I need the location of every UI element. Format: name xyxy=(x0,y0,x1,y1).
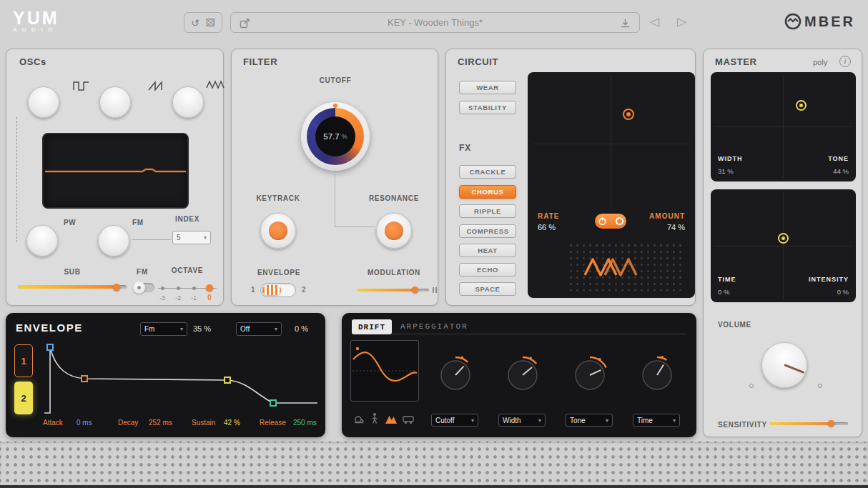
octave-dot-minus1[interactable] xyxy=(192,287,196,290)
brand-text: MBER xyxy=(804,14,855,30)
square-wave-icon xyxy=(72,79,91,92)
fx-button-crackle[interactable]: CRACKLE xyxy=(459,165,516,179)
filter-env-switch[interactable] xyxy=(260,283,296,297)
release-value[interactable]: 250 ms xyxy=(293,419,317,427)
fm-label: FM xyxy=(132,219,144,226)
chevron-down-icon: ▾ xyxy=(275,326,277,332)
decay-value[interactable]: 252 ms xyxy=(149,419,172,427)
modulation-slider-fill xyxy=(357,289,416,292)
octave-value-minus3[interactable]: -3 xyxy=(157,294,168,302)
env-switch-option-1[interactable]: 1 xyxy=(251,286,255,294)
attack-value[interactable]: 0 ms xyxy=(77,419,92,427)
keytrack-knob[interactable] xyxy=(260,213,296,249)
cutoff-label: CUTOFF xyxy=(232,76,439,84)
dice-randomize-icon[interactable]: ⚄ xyxy=(206,16,215,29)
drift-target-1-value: Cutoff xyxy=(435,417,455,424)
voice-mode-label[interactable]: poly xyxy=(813,58,827,66)
fx-button-chorus[interactable]: CHORUS xyxy=(459,185,516,199)
volume-min-dot xyxy=(749,384,754,388)
logo-subtext: AUDIO xyxy=(13,26,59,33)
intensity-label: INTENSITY xyxy=(809,276,849,283)
drift-mode-mountain-icon[interactable] xyxy=(385,413,398,424)
save-download-icon[interactable] xyxy=(620,18,631,29)
fx-button-echo[interactable]: ECHO xyxy=(459,263,516,277)
env-mod1-select[interactable]: Fm ▾ xyxy=(140,322,187,336)
sensitivity-slider-thumb[interactable] xyxy=(828,420,834,427)
release-handle[interactable] xyxy=(270,400,276,406)
resonance-knob[interactable] xyxy=(376,213,412,249)
env-switch-option-2[interactable]: 2 xyxy=(302,286,306,294)
drift-target-select-4[interactable]: Time ▾ xyxy=(633,414,680,427)
fx-button-space[interactable]: SPACE xyxy=(459,282,516,296)
octave-value-minus1[interactable]: -1 xyxy=(188,294,199,302)
master-panel: MASTER poly i WIDTH 31 % TONE 44 % TIME … xyxy=(703,49,862,437)
pad1-handle[interactable] xyxy=(796,100,807,111)
preset-browser-bar[interactable]: KEY - Wooden Things* xyxy=(230,12,640,33)
drift-wave-trace xyxy=(351,341,418,401)
volume-knob[interactable] xyxy=(761,342,807,388)
octave-dot-minus2[interactable] xyxy=(177,287,180,290)
tab-drift[interactable]: DRIFT xyxy=(352,319,392,334)
drift-wave-display[interactable] xyxy=(350,340,419,402)
osc2-knob[interactable] xyxy=(99,86,131,118)
drift-mode-vehicle-icon[interactable] xyxy=(402,413,415,424)
wear-button[interactable]: WEAR xyxy=(459,81,516,94)
prev-preset-icon[interactable]: ◁ xyxy=(650,14,659,29)
osc-waveform-display[interactable] xyxy=(42,133,189,209)
fx-power-toggle[interactable] xyxy=(595,214,626,229)
drift-target-select-1[interactable]: Cutoff ▾ xyxy=(431,414,478,427)
sub-slider-thumb[interactable] xyxy=(113,284,120,291)
decay-handle[interactable] xyxy=(82,376,87,382)
time-intensity-pad[interactable]: TIME 0 % INTENSITY 0 % xyxy=(711,189,856,302)
cutoff-knob[interactable]: 57.7 % xyxy=(301,102,370,171)
preset-name[interactable]: KEY - Wooden Things* xyxy=(231,17,639,28)
env-mod2-amount[interactable]: 0 % xyxy=(295,324,308,333)
fx-button-compress[interactable]: COMPRESS xyxy=(459,224,516,238)
osc3-knob[interactable] xyxy=(172,86,204,118)
width-tone-pad[interactable]: WIDTH 31 % TONE 44 % xyxy=(711,72,856,181)
drift-mode-walk-icon[interactable] xyxy=(369,412,380,424)
octave-dot-zero[interactable] xyxy=(206,284,213,292)
drift-knob-2[interactable] xyxy=(503,355,543,395)
octave-value-zero[interactable]: 0 xyxy=(204,294,215,302)
sustain-value[interactable]: 42 % xyxy=(224,419,240,427)
tab-arpeggiator[interactable]: ARPEGGIATOR xyxy=(400,322,468,331)
drift-mode-snail-icon[interactable] xyxy=(353,413,365,424)
modulation-slider-thumb[interactable] xyxy=(412,287,418,293)
intensity-value: 0 % xyxy=(837,288,849,296)
octave-value-minus2[interactable]: -2 xyxy=(172,294,184,302)
octave-dot-minus3[interactable] xyxy=(161,287,164,290)
tone-label: TONE xyxy=(828,155,849,162)
pad1-gridline-h xyxy=(714,126,852,127)
env-mod2-select[interactable]: Off ▾ xyxy=(236,322,282,336)
fm-toggle[interactable] xyxy=(133,283,154,292)
index-select[interactable]: 5 ▾ xyxy=(172,231,211,244)
env-mod1-amount[interactable]: 35 % xyxy=(193,324,211,333)
next-preset-icon[interactable]: ▷ xyxy=(677,14,686,29)
envelope-graph[interactable] xyxy=(40,337,320,417)
fm-knob[interactable] xyxy=(98,225,129,257)
drift-knob-4[interactable] xyxy=(637,355,677,395)
drift-knob-3[interactable] xyxy=(570,355,610,395)
history-icon[interactable]: ↺ xyxy=(191,17,199,29)
info-icon[interactable]: i xyxy=(839,56,851,67)
drift-target-select-2[interactable]: Width ▾ xyxy=(498,414,546,427)
fx-button-heat[interactable]: HEAT xyxy=(459,244,516,257)
envelope-tab-2[interactable]: 2 xyxy=(14,382,33,414)
share-icon[interactable] xyxy=(240,18,250,29)
saw-wave-icon xyxy=(147,79,166,92)
pw-knob[interactable] xyxy=(26,225,58,257)
time-label: TIME xyxy=(718,276,736,283)
drift-knob-1[interactable] xyxy=(435,355,475,395)
sustain-handle[interactable] xyxy=(225,377,230,383)
drift-target-select-3[interactable]: Tone ▾ xyxy=(566,414,613,427)
envelope-tab-1[interactable]: 1 xyxy=(14,344,33,377)
osc1-knob[interactable] xyxy=(28,86,59,118)
decay-label: Decay xyxy=(118,419,138,427)
circuit-xy-pad[interactable]: RATE 66 % AMOUNT 74 % xyxy=(528,72,695,298)
xy-pad-handle[interactable] xyxy=(623,109,634,120)
pad2-handle[interactable] xyxy=(778,233,789,244)
fx-button-ripple[interactable]: RIPPLE xyxy=(459,204,516,218)
stability-button[interactable]: STABILITY xyxy=(459,101,516,114)
attack-handle[interactable] xyxy=(47,344,53,350)
